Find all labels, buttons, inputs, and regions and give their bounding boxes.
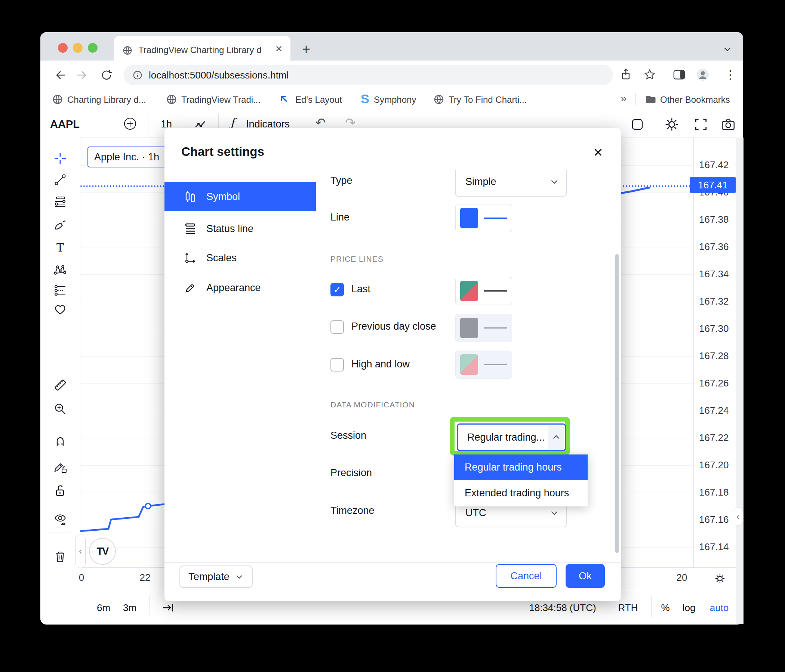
- template-button[interactable]: Template: [180, 566, 253, 588]
- cancel-button[interactable]: Cancel: [496, 564, 557, 588]
- price-tick: 167.36: [699, 241, 737, 253]
- remove-drawings-trash-icon[interactable]: [53, 550, 67, 564]
- traffic-light-close[interactable]: [58, 43, 68, 53]
- check-icon: ✓: [333, 284, 341, 295]
- bookmark-symphony-icon: S: [361, 92, 369, 106]
- session-select[interactable]: Regular trading...: [457, 424, 566, 451]
- measure-ruler-icon[interactable]: [53, 378, 67, 392]
- session-value: Regular trading...: [467, 432, 547, 443]
- bookmark-item[interactable]: Charting Library d...: [67, 95, 146, 105]
- status-line-icon: [184, 222, 197, 235]
- side-panel-icon[interactable]: [673, 69, 686, 81]
- undo-icon[interactable]: ↶: [315, 115, 326, 130]
- emoji-heart-icon[interactable]: [53, 303, 67, 316]
- xabcd-pattern-icon[interactable]: [53, 264, 67, 277]
- clock[interactable]: 18:34:58 (UTC): [522, 600, 603, 615]
- price-axis-settings-sun-icon[interactable]: [713, 572, 727, 585]
- panel-collapse-handle[interactable]: ‹: [733, 508, 743, 525]
- sidebar-item-label: Status line: [206, 223, 253, 235]
- menu-item-regular-trading-hours[interactable]: Regular trading hours: [454, 455, 588, 480]
- high-and-low-width-sample: [484, 364, 507, 365]
- tradingview-logo[interactable]: TV: [89, 538, 116, 565]
- drawing-lock-mode-icon[interactable]: [53, 460, 68, 474]
- tab-close-icon[interactable]: ✕: [275, 44, 283, 53]
- sidebar-item-status-line[interactable]: Status line: [164, 214, 316, 243]
- trend-line-icon[interactable]: [53, 173, 67, 186]
- bookmark-item[interactable]: Ed's Layout: [295, 95, 342, 105]
- window-scroll-strip[interactable]: [736, 138, 743, 624]
- bookmarks-overflow-icon[interactable]: »: [621, 92, 627, 105]
- log-scale-button[interactable]: log: [679, 600, 699, 615]
- previous-day-close-checkbox[interactable]: [330, 320, 344, 334]
- menu-item-extended-trading-hours[interactable]: Extended trading hours: [454, 480, 588, 506]
- high-and-low-checkbox[interactable]: [330, 358, 344, 372]
- settings-content: Type Simple Line PRICE LINES ✓ Last Prev…: [316, 170, 621, 564]
- footer-divider: [164, 563, 621, 563]
- gear-icon[interactable]: [664, 117, 680, 132]
- sidebar-item-symbol[interactable]: Symbol: [164, 182, 316, 211]
- range-button[interactable]: 3m: [122, 600, 138, 615]
- traffic-light-zoom[interactable]: [88, 43, 98, 53]
- sidebar-item-scales[interactable]: Scales: [164, 243, 316, 272]
- traffic-light-minimize[interactable]: [73, 43, 83, 53]
- forward-icon[interactable]: [76, 69, 89, 82]
- dialog-scrollbar[interactable]: [615, 254, 619, 553]
- go-to-latest-icon[interactable]: [161, 601, 175, 614]
- reload-icon[interactable]: [100, 69, 113, 82]
- timezone-value: UTC: [465, 507, 549, 519]
- bookmark-item[interactable]: TradingView Tradi...: [181, 95, 261, 105]
- new-tab-button[interactable]: +: [302, 42, 310, 56]
- last-checkbox[interactable]: ✓: [330, 283, 344, 296]
- last-line-style-button[interactable]: [455, 277, 512, 305]
- url-text[interactable]: localhost:5000/subsessions.html: [149, 70, 289, 81]
- toolbar-collapse-handle[interactable]: ‹: [75, 534, 86, 568]
- chevron-down-icon: [549, 177, 559, 186]
- symbol-button[interactable]: AAPL: [50, 118, 80, 130]
- lock-all-icon[interactable]: [53, 484, 67, 498]
- bookmark-arrow-icon: [278, 94, 290, 105]
- type-select[interactable]: Simple: [455, 170, 567, 197]
- price-tick: 167.24: [699, 405, 737, 416]
- bookmark-item[interactable]: Symphony: [374, 95, 416, 105]
- range-button[interactable]: 6m: [95, 600, 112, 615]
- tabstrip-chevron-down-icon[interactable]: [722, 44, 733, 55]
- sidebar-item-appearance[interactable]: Appearance: [164, 273, 316, 302]
- magnet-icon[interactable]: [53, 435, 67, 449]
- brush-icon[interactable]: [53, 219, 67, 232]
- redo-icon[interactable]: ↷: [345, 115, 356, 130]
- chart-legend[interactable]: Apple Inc. · 1h: [88, 147, 175, 167]
- crosshair-icon[interactable]: [53, 152, 67, 165]
- close-icon[interactable]: ✕: [589, 143, 607, 162]
- kebab-menu-icon[interactable]: ⋮: [724, 69, 737, 81]
- indicators-fx-icon: ƒ: [230, 116, 235, 129]
- timezone-label: Timezone: [330, 505, 375, 517]
- session-badge[interactable]: RTH: [617, 600, 639, 615]
- percent-scale-button[interactable]: %: [658, 600, 673, 615]
- line-width-sample: [484, 217, 507, 219]
- text-tool-icon[interactable]: T: [53, 241, 67, 255]
- compare-add-icon[interactable]: [123, 116, 138, 131]
- bookmark-star-icon[interactable]: [643, 68, 657, 81]
- other-bookmarks[interactable]: Other Bookmarks: [660, 95, 730, 105]
- previous-day-close-style-button[interactable]: [455, 314, 512, 342]
- bookmark-item[interactable]: Try To Find Charti...: [449, 95, 527, 105]
- zoom-in-icon[interactable]: [53, 402, 67, 416]
- collapse-left-icon: ‹: [79, 546, 82, 556]
- fib-lines-icon[interactable]: [53, 195, 67, 209]
- screenshot-camera-icon[interactable]: [721, 117, 736, 131]
- back-icon[interactable]: [53, 69, 67, 82]
- auto-scale-button[interactable]: auto: [708, 600, 730, 615]
- forecast-lines-icon[interactable]: [53, 284, 67, 297]
- avatar[interactable]: [696, 68, 710, 81]
- line-style-button[interactable]: [455, 204, 512, 232]
- last-price-label: 167.41: [690, 177, 736, 193]
- share-icon[interactable]: [619, 68, 632, 81]
- ok-button[interactable]: Ok: [566, 564, 605, 588]
- hide-drawings-eye-icon[interactable]: [53, 513, 68, 527]
- toolbar-divider: [652, 114, 652, 133]
- high-and-low-style-button[interactable]: [455, 350, 512, 378]
- layout-icon[interactable]: [630, 118, 644, 131]
- fullscreen-icon[interactable]: [694, 117, 708, 131]
- site-info-icon[interactable]: [133, 70, 142, 80]
- collapse-right-icon: ‹: [737, 511, 740, 522]
